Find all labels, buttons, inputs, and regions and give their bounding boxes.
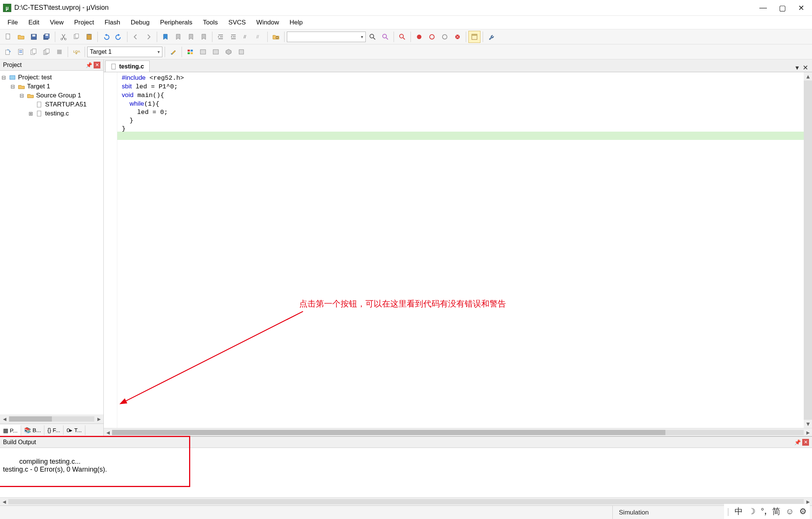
sidebar-hscroll[interactable]: ◂▸: [0, 414, 103, 423]
code-content[interactable]: #include <reg52.h> sbit led = P1^0; void…: [117, 72, 804, 428]
build-button[interactable]: [15, 46, 27, 58]
nav-back-button[interactable]: [130, 31, 142, 43]
nav-fwd-button[interactable]: [142, 31, 155, 43]
build-output-content[interactable]: compiling testing.c... testing.c - 0 Err…: [0, 448, 812, 497]
moon-icon[interactable]: ☽: [748, 507, 756, 516]
menu-flash[interactable]: Flash: [100, 17, 125, 28]
menu-edit[interactable]: Edit: [24, 17, 44, 28]
sidebar-tab-project[interactable]: ▦P...: [0, 425, 21, 436]
save-all-button[interactable]: [41, 31, 53, 43]
menu-project[interactable]: Project: [70, 17, 98, 28]
target-options-button[interactable]: [167, 46, 179, 58]
svg-rect-2: [32, 35, 35, 36]
uncomment-button[interactable]: //: [253, 31, 265, 43]
menu-debug[interactable]: Debug: [126, 17, 154, 28]
pack-installer-button[interactable]: [223, 46, 235, 58]
window-layout-button[interactable]: [468, 31, 480, 43]
indent-button[interactable]: [215, 31, 227, 43]
paste-button[interactable]: [83, 31, 95, 43]
pin-icon[interactable]: 📌: [794, 439, 801, 445]
hscrollbar[interactable]: ◂▸: [104, 428, 812, 436]
punctuation-icon[interactable]: °ꓹ: [761, 507, 767, 516]
debug-start-button[interactable]: [396, 31, 408, 43]
redo-button[interactable]: [113, 31, 125, 43]
svg-rect-42: [239, 50, 244, 54]
bookmark-next-button[interactable]: [185, 31, 197, 43]
copy-button[interactable]: [70, 31, 82, 43]
new-file-button[interactable]: [2, 31, 14, 43]
window-controls: — ▢ ✕: [759, 3, 809, 12]
menu-window[interactable]: Window: [252, 17, 283, 28]
incremental-find-button[interactable]: [379, 31, 391, 43]
build-hscroll[interactable]: ◂▸: [0, 497, 812, 505]
sidebar-tab-templates[interactable]: 0▸T...: [64, 425, 85, 435]
find-button[interactable]: [367, 31, 379, 43]
tree-file-testing[interactable]: ⊞testing.c: [2, 109, 102, 118]
settings-icon[interactable]: ⚙: [799, 507, 807, 516]
maximize-button[interactable]: ▢: [779, 3, 786, 12]
books-button[interactable]: [235, 46, 247, 58]
file-tab-testing[interactable]: testing.c: [105, 61, 150, 72]
svg-text://: //: [256, 34, 259, 39]
panel-close-button[interactable]: ✕: [802, 439, 809, 446]
file-tabs: testing.c ▾ ✕: [104, 59, 812, 72]
ime-indicator[interactable]: 中: [735, 506, 743, 517]
manage-project-button[interactable]: [184, 46, 196, 58]
svg-rect-45: [37, 111, 41, 116]
find-combo[interactable]: ▾: [287, 32, 366, 42]
breakpoint-insert-button[interactable]: [413, 31, 425, 43]
find-in-files-button[interactable]: [270, 31, 282, 43]
vscrollbar[interactable]: ▴▾: [804, 72, 812, 428]
svg-rect-33: [57, 50, 62, 54]
svg-rect-10: [87, 34, 91, 39]
braces-icon: {}: [47, 427, 51, 433]
manage-rte-button[interactable]: [197, 46, 209, 58]
tree-target[interactable]: ⊟Target 1: [2, 82, 102, 91]
comment-button[interactable]: //: [240, 31, 252, 43]
sidebar-tab-books[interactable]: 📚B...: [21, 425, 45, 435]
bookmark-toggle-button[interactable]: [159, 31, 171, 43]
breakpoint-disable-button[interactable]: [439, 31, 451, 43]
tree-group[interactable]: ⊟Source Group 1: [2, 91, 102, 100]
menu-svcs[interactable]: SVCS: [224, 17, 250, 28]
ime-mode[interactable]: 简: [772, 506, 780, 517]
close-button[interactable]: ✕: [798, 3, 804, 12]
menu-peripherals[interactable]: Peripherals: [156, 17, 197, 28]
minimize-button[interactable]: —: [759, 3, 767, 12]
download-button[interactable]: LOAD: [70, 46, 82, 58]
tab-dropdown-icon[interactable]: ▾: [795, 64, 799, 72]
project-panel-header: Project 📌 ✕: [0, 59, 103, 71]
stop-build-button[interactable]: [53, 46, 65, 58]
save-button[interactable]: [28, 31, 40, 43]
menu-file[interactable]: File: [3, 17, 22, 28]
rebuild-button[interactable]: [28, 46, 40, 58]
menu-tools[interactable]: Tools: [198, 17, 223, 28]
cut-button[interactable]: [58, 31, 70, 43]
code-editor[interactable]: #include <reg52.h> sbit led = P1^0; void…: [104, 72, 812, 428]
menu-help[interactable]: Help: [285, 17, 307, 28]
breakpoint-kill-button[interactable]: [451, 31, 464, 43]
pin-icon[interactable]: 📌: [86, 62, 92, 68]
outdent-button[interactable]: [227, 31, 239, 43]
svg-rect-23: [472, 34, 477, 36]
menu-view[interactable]: View: [45, 17, 68, 28]
open-file-button[interactable]: [15, 31, 27, 43]
tree-root[interactable]: ⊟Project: test: [2, 73, 102, 82]
undo-button[interactable]: [100, 31, 112, 43]
tab-close-icon[interactable]: ✕: [803, 64, 808, 72]
svg-rect-24: [6, 50, 9, 55]
emoji-icon[interactable]: ☺: [786, 507, 794, 516]
batch-build-button[interactable]: [41, 46, 53, 58]
svg-point-16: [383, 34, 386, 38]
bookmark-clear-button[interactable]: [198, 31, 210, 43]
configure-button[interactable]: [485, 31, 497, 43]
sidebar-tab-functions[interactable]: {}F...: [44, 425, 64, 435]
breakpoint-enable-button[interactable]: [426, 31, 438, 43]
translate-button[interactable]: [2, 46, 14, 58]
bookmark-prev-button[interactable]: [172, 31, 184, 43]
select-pack-button[interactable]: [210, 46, 222, 58]
panel-close-button[interactable]: ✕: [94, 62, 100, 68]
tree-file-startup[interactable]: STARTUP.A51: [2, 100, 102, 109]
target-combo[interactable]: Target 1▾: [87, 47, 162, 57]
project-tree[interactable]: ⊟Project: test ⊟Target 1 ⊟Source Group 1…: [0, 71, 103, 414]
